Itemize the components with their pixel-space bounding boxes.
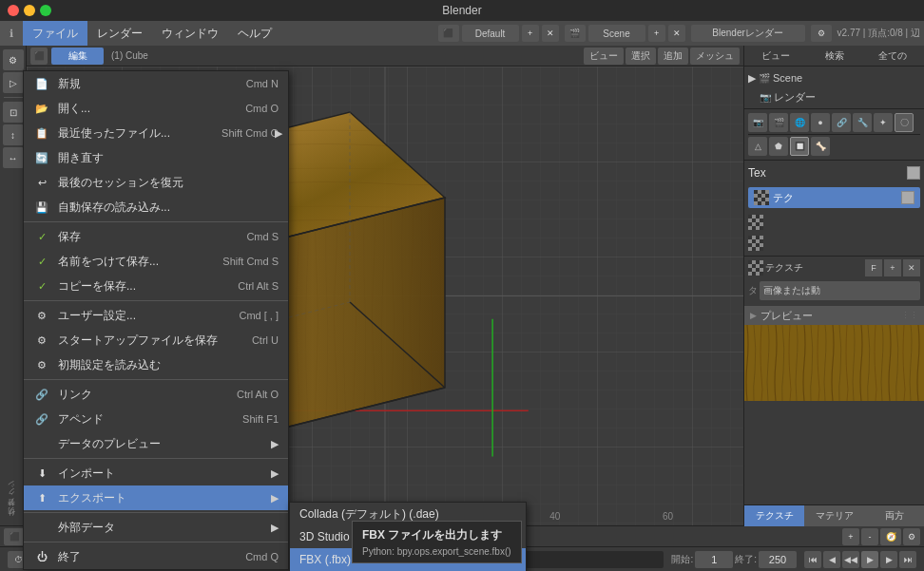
info-icon[interactable]: ℹ — [0, 21, 23, 46]
prop-scene-icon[interactable]: 🎬 — [769, 113, 788, 132]
menu-data-preview[interactable]: データのプレビュー ▶ — [24, 431, 288, 456]
menu-external-data[interactable]: 外部データ ▶ — [24, 515, 288, 540]
menu-import[interactable]: ⬇ インポート ▶ — [24, 461, 288, 485]
prop-physics-icon[interactable]: 〇 — [895, 113, 914, 132]
render-item[interactable]: 📷 レンダー — [744, 87, 924, 106]
vp-navigate-btn[interactable]: 🧭 — [880, 528, 901, 545]
tex-checkbox[interactable] — [907, 166, 920, 180]
prop-particles-icon[interactable]: ✦ — [874, 113, 893, 132]
menu-recent[interactable]: 📋 最近使ったファイル... Shift Cmd O ▶ — [24, 121, 288, 145]
remove-layout-button[interactable]: ✕ — [542, 25, 559, 42]
tool-btn-1[interactable]: ⚙ — [3, 49, 24, 70]
append-shortcut: Shift F1 — [242, 413, 279, 425]
sep-5 — [24, 512, 288, 513]
tab-material[interactable]: マテリア — [804, 505, 864, 526]
menu-reopen[interactable]: 🔄 開き直す — [24, 145, 288, 170]
menu-autosave[interactable]: 💾 自動保存の読み込み... — [24, 195, 288, 219]
texture-header-label: テクスチ — [765, 261, 863, 275]
layout-tab[interactable]: Default — [462, 25, 519, 42]
preview-header: ▶ プレビュー ⋮⋮ — [744, 306, 924, 325]
menu-quit[interactable]: ⏻ 終了 Cmd Q — [24, 544, 288, 569]
teku-row[interactable]: テク — [748, 187, 920, 208]
image-type-select[interactable]: 画像または動 — [760, 281, 920, 300]
save-startup-icon: ⚙ — [33, 332, 50, 349]
prop-bone-icon[interactable]: 🦴 — [811, 137, 830, 156]
start-frame-input[interactable] — [695, 551, 733, 568]
tex-add-button[interactable]: + — [884, 259, 901, 276]
close-button[interactable] — [8, 5, 19, 16]
menu-item-window[interactable]: ウィンドウ — [152, 21, 228, 46]
menu-append[interactable]: 🔗 アペンド Shift F1 — [24, 407, 288, 431]
add-scene-button[interactable]: + — [648, 25, 665, 42]
bottom-tabs: テクスチ マテリア 両方 — [744, 504, 924, 525]
viewport-mode-select[interactable]: 編集 — [51, 48, 104, 65]
tab-texture[interactable]: テクスチ — [744, 505, 804, 526]
maximize-button[interactable] — [40, 5, 51, 16]
all-label[interactable]: 全ての — [865, 49, 920, 63]
prop-texture-icon[interactable]: 🔲 — [790, 137, 809, 156]
add-layout-button[interactable]: + — [522, 25, 539, 42]
menu-save-startup[interactable]: ⚙ スタートアップファイルを保存 Ctrl U — [24, 328, 288, 352]
tl-play-reverse[interactable]: ◀◀ — [842, 551, 859, 568]
teku-checkbox[interactable] — [901, 191, 914, 204]
tl-skip-start[interactable]: ⏮ — [804, 551, 821, 568]
viewport-type-icon[interactable]: ⬛ — [438, 25, 459, 42]
tl-next-frame[interactable]: ▶ — [880, 551, 897, 568]
tool-btn-2[interactable]: ▷ — [3, 72, 24, 93]
viewport-mode-icon[interactable]: ⬛ — [30, 48, 48, 65]
prop-material-icon[interactable]: ⬟ — [769, 137, 788, 156]
minimize-button[interactable] — [24, 5, 35, 16]
menu-link[interactable]: 🔗 リンク Ctrl Alt O — [24, 382, 288, 407]
scene-label[interactable]: Scene — [588, 25, 645, 42]
tex-remove-button[interactable]: ✕ — [903, 259, 920, 276]
tool-btn-3[interactable]: ⊡ — [3, 102, 24, 123]
prop-world-icon[interactable]: 🌐 — [790, 113, 809, 132]
tl-skip-end[interactable]: ⏭ — [899, 551, 916, 568]
prop-render-icon[interactable]: 📷 — [748, 113, 767, 132]
tab-both[interactable]: 両方 — [864, 505, 924, 526]
menu-item-render[interactable]: レンダー — [87, 21, 152, 46]
vp-zoom-in[interactable]: + — [842, 528, 859, 545]
data-preview-icon — [33, 435, 50, 452]
add-menu[interactable]: 追加 — [658, 48, 688, 65]
search-label[interactable]: 検索 — [807, 49, 862, 63]
menu-restore[interactable]: ↩ 最後のセッションを復元 — [24, 170, 288, 195]
link-icon: 🔗 — [33, 386, 50, 403]
content-area: ⚙ ▷ ⊡ ↕ ↔ アクシ 切り替 ⬛ 編集 (1) Cube ビュー 選択 追… — [0, 46, 924, 525]
tex-label: Tex — [748, 166, 903, 180]
menu-open[interactable]: 📂 開く... Cmd O — [24, 96, 288, 121]
save-as-icon: ✓ — [33, 253, 50, 270]
menu-load-factory[interactable]: ⚙ 初期設定を読み込む — [24, 352, 288, 377]
menu-user-prefs[interactable]: ⚙ ユーザー設定... Cmd [ , ] — [24, 303, 288, 328]
scene-icon[interactable]: 🎬 — [565, 25, 586, 42]
tool-btn-4[interactable]: ↕ — [3, 124, 24, 145]
vp-bottom-icon[interactable]: ⬛ — [4, 528, 25, 545]
tool-btn-5[interactable]: ↔ — [3, 147, 24, 168]
remove-scene-button[interactable]: ✕ — [668, 25, 685, 42]
menu-item-help[interactable]: ヘルプ — [228, 21, 281, 46]
renderer-settings-button[interactable]: ⚙ — [811, 25, 832, 42]
menu-item-file[interactable]: ファイル — [23, 21, 87, 46]
menu-save-copy[interactable]: ✓ コピーを保存... Ctrl Alt S — [24, 274, 288, 298]
vp-zoom-out[interactable]: - — [861, 528, 878, 545]
tex-f-button[interactable]: F — [865, 259, 882, 276]
prop-constraints-icon[interactable]: 🔗 — [832, 113, 851, 132]
end-frame-input[interactable] — [759, 551, 797, 568]
tl-prev-frame[interactable]: ◀ — [823, 551, 840, 568]
select-menu[interactable]: 選択 — [626, 48, 656, 65]
quit-icon: ⏻ — [33, 548, 50, 565]
tl-play[interactable]: ▶ — [861, 551, 878, 568]
view-menu[interactable]: ビュー — [584, 48, 624, 65]
menu-export[interactable]: ⬆ エクスポート ▶ — [24, 485, 288, 510]
menu-save-as[interactable]: ✓ 名前をつけて保存... Shift Cmd S — [24, 249, 288, 274]
renderer-select[interactable]: Blenderレンダー — [691, 25, 805, 42]
prop-data-icon[interactable]: △ — [748, 137, 767, 156]
link-shortcut: Ctrl Alt O — [237, 389, 279, 400]
prop-object-icon[interactable]: ● — [811, 113, 830, 132]
mesh-menu[interactable]: メッシュ — [690, 48, 740, 65]
scene-item[interactable]: ▶ 🎬 Scene — [744, 68, 924, 87]
prop-modifier-icon[interactable]: 🔧 — [853, 113, 872, 132]
menu-save[interactable]: ✓ 保存 Cmd S — [24, 224, 288, 249]
vp-settings-btn[interactable]: ⚙ — [903, 528, 920, 545]
menu-new[interactable]: 📄 新規 Cmd N — [24, 71, 288, 96]
